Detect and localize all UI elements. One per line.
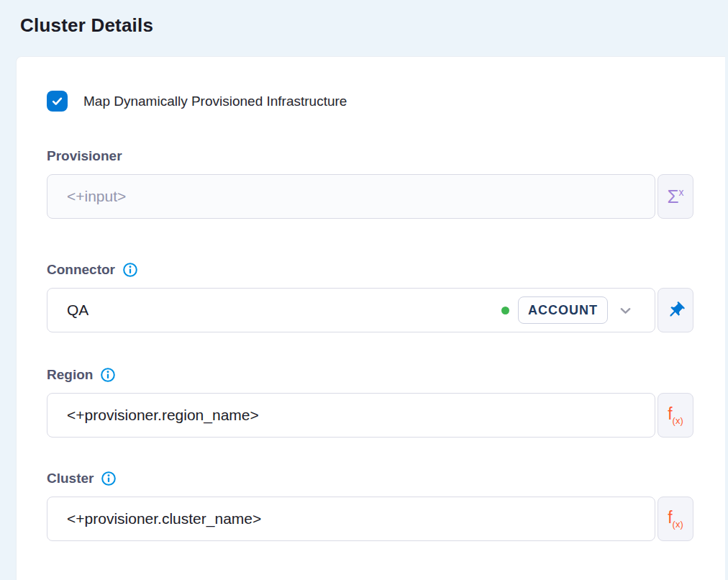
checkmark-icon <box>50 94 64 108</box>
region-input-type-button[interactable]: f(x) <box>658 393 693 438</box>
pin-icon <box>666 301 686 320</box>
provisioner-input-type-button[interactable]: Σx <box>658 174 693 219</box>
cluster-input-value: <+provisioner.cluster_name> <box>67 510 261 527</box>
provisioner-label: Provisioner <box>47 148 122 164</box>
connector-label: Connector <box>47 262 115 278</box>
field-cluster: Cluster <+provisioner.cluster_name> f(x) <box>47 471 693 541</box>
region-input[interactable]: <+provisioner.region_name> <box>47 393 655 438</box>
fx-expression-icon: f(x) <box>668 509 683 529</box>
cluster-input-type-button[interactable]: f(x) <box>658 497 693 541</box>
info-icon[interactable] <box>101 471 117 486</box>
cluster-input[interactable]: <+provisioner.cluster_name> <box>47 497 655 541</box>
field-provisioner: Provisioner <+input> Σx <box>47 148 693 219</box>
info-icon[interactable] <box>100 367 116 383</box>
checkbox-label: Map Dynamically Provisioned Infrastructu… <box>83 94 347 109</box>
map-dynamic-infra-checkbox-row[interactable]: Map Dynamically Provisioned Infrastructu… <box>47 91 347 112</box>
region-label: Region <box>47 367 93 383</box>
connector-scope-badge[interactable]: ACCOUNT <box>518 296 608 324</box>
info-icon[interactable] <box>122 262 138 278</box>
connector-input-value: QA <box>67 302 88 319</box>
connector-pin-button[interactable] <box>658 288 693 332</box>
provisioner-input-value: <+input> <box>67 188 126 205</box>
sigma-expression-icon: Σx <box>667 187 683 206</box>
provisioner-input[interactable]: <+input> <box>47 174 655 219</box>
chevron-down-icon[interactable] <box>616 302 634 320</box>
connector-input[interactable]: QA ACCOUNT <box>47 288 655 332</box>
cluster-details-card: Map Dynamically Provisioned Infrastructu… <box>16 56 725 580</box>
cluster-label: Cluster <box>47 471 94 486</box>
connected-status-dot <box>501 307 509 314</box>
field-region: Region <+provisioner.region_name> f(x) <box>47 367 693 438</box>
page-title: Cluster Details <box>20 14 728 37</box>
region-input-value: <+provisioner.region_name> <box>67 407 259 424</box>
field-connector: Connector QA ACCOUNT <box>47 262 693 332</box>
fx-expression-icon: f(x) <box>668 406 683 425</box>
checkbox-checked[interactable] <box>47 91 68 112</box>
page-header: Cluster Details <box>0 0 728 56</box>
